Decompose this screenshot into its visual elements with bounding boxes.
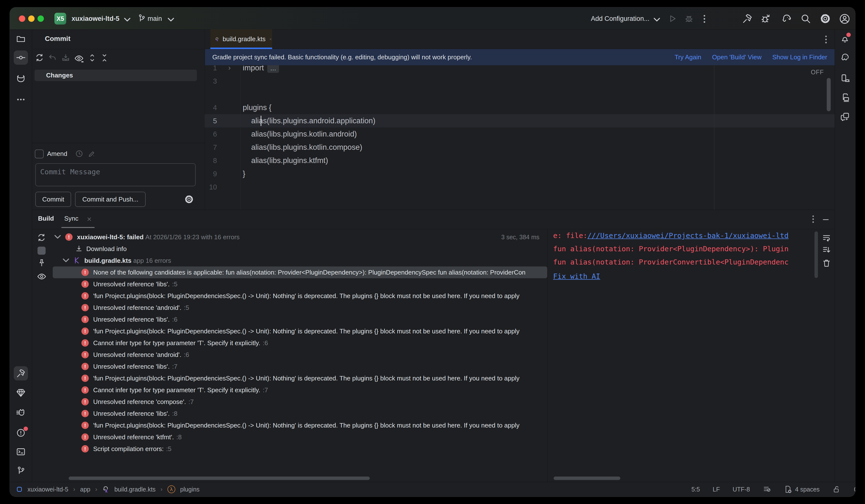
unlocked-icon[interactable] (832, 485, 841, 493)
more-actions-icon[interactable] (703, 14, 706, 24)
build-hammer-icon[interactable] (742, 13, 753, 24)
refresh-icon[interactable] (35, 53, 44, 62)
settings-gear-icon[interactable] (820, 13, 831, 24)
code-line[interactable]: 8 alias(libs.plugins.ktfmt) (205, 154, 834, 167)
build-error-row[interactable]: ! Unresolved reference 'libs'. :5 (53, 278, 547, 290)
run-icon[interactable] (667, 14, 677, 24)
build-error-row[interactable]: ! Script compilation errors: :5 (53, 443, 547, 455)
breadcrumb-file[interactable]: build.gradle.kts (114, 486, 155, 493)
build-error-row[interactable]: ! 'fun Project.plugins(block: PluginDepe… (53, 325, 547, 337)
build-error-row[interactable]: ! Unresolved reference 'libs'. :7 (53, 361, 547, 372)
commit-button[interactable]: Commit (35, 192, 71, 207)
scroll-to-end-icon[interactable] (822, 245, 831, 255)
shelve-icon[interactable] (61, 54, 70, 62)
pin-icon[interactable] (37, 258, 46, 267)
more-tools-icon[interactable] (16, 95, 26, 104)
dash-cat-icon[interactable] (16, 408, 26, 418)
search-icon[interactable] (800, 13, 811, 24)
sync-tab[interactable]: Sync (64, 215, 79, 222)
gem-tool-icon[interactable] (16, 388, 26, 398)
tree-hscrollbar[interactable] (69, 477, 370, 480)
breadcrumb-element[interactable]: plugins (180, 486, 199, 493)
commit-options-gear-icon[interactable] (184, 195, 194, 204)
download-info-node[interactable]: Download info (86, 245, 127, 253)
console-hscrollbar[interactable] (554, 477, 620, 480)
device-manager-icon[interactable] (840, 73, 850, 83)
banner-action-link[interactable]: Try Again (674, 54, 701, 61)
build-error-row[interactable]: ! Unresolved reference 'libs'. :8 (53, 408, 547, 419)
indent-widget[interactable]: 4 spaces (784, 485, 820, 493)
stop-icon[interactable] (37, 247, 46, 255)
code-line[interactable]: 4 plugins { (205, 101, 834, 114)
commit-message-input[interactable] (35, 163, 196, 186)
build-root-node[interactable]: xuxiaowei-ltd-5: failed At 2026/1/26 19:… (77, 233, 240, 241)
line-separator-widget[interactable]: LF (713, 486, 720, 493)
project-folder-icon[interactable] (16, 34, 26, 44)
indent-style-icon[interactable] (763, 485, 771, 493)
console-scrollbar[interactable] (815, 231, 818, 278)
build-error-row[interactable]: ! Cannot infer type for type parameter '… (53, 384, 547, 396)
build-error-row[interactable]: ! Unresolved reference 'android'. :6 (53, 349, 547, 361)
changes-row[interactable]: Changes (35, 70, 197, 81)
editor-scrollbar[interactable] (827, 78, 831, 111)
console-file-link[interactable]: ///Users/xuxiaowei/Projects-bak-1/xuxiao… (587, 231, 789, 240)
soft-wrap-icon[interactable] (822, 233, 831, 242)
build-file-node[interactable]: build.gradle.kts app 16 errors (84, 257, 171, 265)
banner-action-link[interactable]: Open 'Build' View (712, 54, 762, 61)
gradle-sync-icon[interactable] (781, 13, 792, 24)
collapse-all-icon[interactable] (100, 54, 109, 62)
build-error-row[interactable]: ! Unresolved reference 'ktfmt'. :8 (53, 431, 547, 443)
code-line[interactable]: 9 } (205, 167, 834, 180)
close-window-button[interactable] (19, 15, 25, 22)
fix-with-ai-link[interactable]: Fix with AI (553, 272, 819, 280)
banner-action-link[interactable]: Show Log in Finder (772, 54, 827, 61)
build-error-row[interactable]: ! Unresolved reference 'compose'. :7 (53, 396, 547, 408)
tab-options-icon[interactable] (824, 35, 828, 44)
code-editor[interactable]: 1 › import... 3 4 plugins { (205, 61, 834, 209)
breadcrumb-project[interactable]: xuxiaowei-ltd-5 (27, 486, 68, 493)
tab-close-icon[interactable] (269, 36, 272, 43)
zoom-window-button[interactable] (37, 15, 44, 22)
project-badge[interactable]: X5 (55, 13, 66, 24)
build-tool-hammer-icon[interactable] (16, 368, 26, 378)
view-options-eye-icon[interactable] (74, 54, 84, 63)
code-line[interactable] (205, 88, 834, 101)
edit-message-pen-icon[interactable] (88, 150, 96, 158)
build-error-row[interactable]: ! 'fun Project.plugins(block: PluginDepe… (53, 372, 547, 384)
code-line[interactable]: 6 alias(libs.plugins.kotlin.android) (205, 128, 834, 141)
resync-icon[interactable] (37, 233, 46, 242)
add-configuration-dropdown[interactable]: Add Configuration... (591, 15, 649, 23)
editor-tab-build-gradle[interactable]: build.gradle.kts (210, 30, 272, 49)
code-line[interactable]: 3 (205, 74, 834, 88)
commit-tool-icon[interactable] (16, 53, 26, 62)
inspections-status-icon[interactable] (853, 485, 855, 493)
running-devices-icon[interactable] (840, 93, 850, 103)
expand-all-icon[interactable] (88, 54, 96, 62)
build-error-row[interactable]: ! Cannot infer type for type parameter '… (53, 337, 547, 349)
project-name[interactable]: xuxiaowei-ltd-5 (72, 15, 119, 23)
minimize-window-button[interactable] (28, 15, 35, 22)
rollback-icon[interactable] (48, 54, 57, 62)
branch-name[interactable]: main (148, 15, 162, 23)
amend-checkbox[interactable] (35, 150, 44, 159)
breadcrumb-module[interactable]: app (80, 486, 91, 493)
build-error-row[interactable]: ! 'fun Project.plugins(block: PluginDepe… (53, 419, 547, 431)
gradle-elephant-icon[interactable] (840, 52, 850, 62)
ai-chat-icon[interactable] (840, 112, 850, 122)
build-error-row[interactable]: ! Unresolved reference 'android'. :5 (53, 302, 547, 314)
filter-eye-icon[interactable] (37, 272, 47, 281)
code-line[interactable]: 10 (205, 180, 834, 194)
commit-and-push-button[interactable]: Commit and Push... (75, 192, 146, 207)
build-error-row[interactable]: ! None of the following candidates is ap… (53, 267, 547, 278)
version-control-icon[interactable] (16, 466, 26, 476)
caret-position-widget[interactable]: 5:5 (691, 486, 700, 493)
history-clock-icon[interactable] (75, 150, 83, 158)
build-error-row[interactable]: ! Unresolved reference 'libs'. :6 (53, 314, 547, 325)
pull-requests-icon[interactable] (16, 73, 26, 83)
account-avatar-icon[interactable] (839, 13, 850, 24)
hide-panel-icon[interactable] (822, 216, 830, 224)
clear-all-trash-icon[interactable] (822, 258, 831, 268)
ai-off-label[interactable]: OFF (808, 69, 824, 76)
tree-chevron-icon[interactable] (55, 234, 61, 240)
terminal-icon[interactable] (16, 447, 26, 457)
